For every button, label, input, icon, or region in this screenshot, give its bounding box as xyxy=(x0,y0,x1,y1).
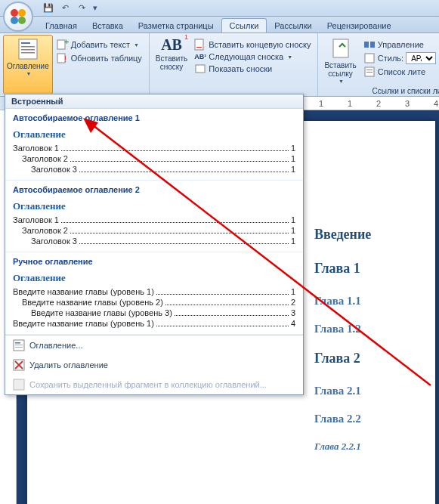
svg-rect-19 xyxy=(365,54,374,63)
svg-rect-16 xyxy=(333,39,348,57)
insert-toc-command[interactable]: Оглавление... xyxy=(5,335,303,355)
gallery-item-title: Ручное оглавление xyxy=(13,257,295,266)
toc-gallery: Встроенный Автособираемое оглавление 1Ог… xyxy=(5,94,304,395)
ab-small-icon: AB¹ xyxy=(194,53,206,60)
next-footnote-label: Следующая сноска xyxy=(209,52,283,61)
save-button[interactable]: 💾 xyxy=(41,2,56,15)
tab-references[interactable]: Ссылки xyxy=(221,18,267,32)
svg-rect-25 xyxy=(15,345,23,345)
tab-review[interactable]: Рецензирование xyxy=(320,19,399,32)
save-gallery-icon xyxy=(13,379,25,391)
svg-rect-7 xyxy=(21,49,35,51)
manage-sources-button[interactable]: Управление xyxy=(361,38,438,51)
svg-rect-18 xyxy=(370,42,375,48)
quick-access-toolbar: 💾 ↶ ↷ ▾ xyxy=(41,2,100,15)
tab-insert[interactable]: Вставка xyxy=(85,19,131,32)
next-footnote-button[interactable]: AB¹ Следующая сноска▼ xyxy=(192,51,313,62)
group-footnotes: AB1 Вставить сноску Вставить концевую сн… xyxy=(150,33,319,96)
heading-2: Глава 1.1 xyxy=(314,295,413,308)
svg-point-3 xyxy=(18,17,26,24)
add-text-button[interactable]: + Добавить текст▼ xyxy=(54,38,144,51)
insert-footnote-button[interactable]: AB1 Вставить сноску xyxy=(153,35,190,94)
qat-dropdown[interactable]: ▾ xyxy=(91,2,100,15)
chevron-down-icon: ▼ xyxy=(26,71,31,76)
svg-rect-24 xyxy=(15,342,20,344)
style-dropdown[interactable]: APA xyxy=(406,52,436,64)
update-table-button[interactable]: ! Обновить таблицу xyxy=(54,51,144,65)
citation-icon xyxy=(329,36,353,60)
heading-1: Глава 2 xyxy=(314,351,413,366)
svg-rect-13 xyxy=(195,39,203,50)
remove-icon xyxy=(13,359,25,371)
add-text-icon: + xyxy=(57,39,69,51)
style-label: Стиль: xyxy=(378,54,403,63)
svg-rect-21 xyxy=(366,70,373,70)
toc-dialog-icon xyxy=(13,339,25,351)
svg-rect-17 xyxy=(364,42,369,48)
svg-rect-8 xyxy=(21,52,35,54)
svg-text:!: ! xyxy=(64,54,66,63)
insert-toc-label: Оглавление... xyxy=(29,341,83,350)
gallery-item[interactable]: Автособираемое оглавление 1ОглавлениеЗаг… xyxy=(5,109,303,181)
one-icon: 1 xyxy=(184,33,188,41)
ribbon-tabs: Главная Вставка Разметка страницы Ссылки… xyxy=(0,17,439,33)
endnote-icon xyxy=(194,39,206,51)
remove-toc-label: Удалить оглавление xyxy=(29,360,108,369)
svg-rect-22 xyxy=(366,72,373,73)
toc-button[interactable]: Оглавление ▼ xyxy=(3,35,53,94)
bibliography-button[interactable]: Список лите xyxy=(361,65,438,79)
toc-icon xyxy=(16,37,40,61)
title-bar: 💾 ↶ ↷ ▾ xyxy=(0,0,439,17)
insert-endnote-button[interactable]: Вставить концевую сноску xyxy=(192,38,313,51)
toc-preview-heading: Оглавление xyxy=(13,128,295,141)
svg-point-0 xyxy=(11,9,18,17)
remove-toc-command[interactable]: Удалить оглавление xyxy=(5,355,303,375)
svg-rect-14 xyxy=(196,47,202,48)
heading-3: Глава 2.2.1 xyxy=(314,441,413,453)
group-citations: Вставить ссылку ▼ Управление Стиль: APA … xyxy=(318,33,439,96)
gallery-item-title: Автособираемое оглавление 1 xyxy=(13,113,295,122)
show-icon xyxy=(194,63,206,75)
office-button[interactable] xyxy=(3,2,33,32)
office-logo-icon xyxy=(9,8,27,26)
manage-label: Управление xyxy=(378,40,424,49)
gallery-commands: Оглавление... Удалить оглавление Сохрани… xyxy=(5,335,303,394)
group-toc: Оглавление ▼ + Добавить текст▼ ! Обновит… xyxy=(0,33,150,96)
svg-rect-6 xyxy=(21,46,35,48)
biblio-label: Список лите xyxy=(378,67,425,76)
gallery-item[interactable]: Ручное оглавлениеОглавлениеВведите назва… xyxy=(5,252,303,335)
update-icon: ! xyxy=(57,52,69,64)
tab-layout[interactable]: Разметка страницы xyxy=(131,19,221,32)
svg-rect-26 xyxy=(15,347,23,348)
heading-1: Введение xyxy=(314,227,413,243)
insert-citation-button[interactable]: Вставить ссылку ▼ xyxy=(321,35,359,94)
heading-2: Глава 1.2 xyxy=(314,323,413,335)
svg-point-2 xyxy=(11,17,18,24)
gallery-item[interactable]: Автособираемое оглавление 2ОглавлениеЗаг… xyxy=(5,181,303,252)
ab-icon: AB xyxy=(161,36,182,53)
insert-citation-label: Вставить ссылку xyxy=(324,61,356,78)
ribbon: Оглавление ▼ + Добавить текст▼ ! Обновит… xyxy=(0,33,439,97)
heading-2: Глава 2.2 xyxy=(314,413,413,425)
redo-button[interactable]: ↷ xyxy=(74,2,89,15)
save-selection-label: Сохранить выделенный фрагмент в коллекци… xyxy=(29,380,267,389)
insert-footnote-label: Вставить сноску xyxy=(156,54,187,71)
gallery-item-title: Автособираемое оглавление 2 xyxy=(13,185,295,194)
svg-rect-30 xyxy=(14,379,24,390)
biblio-icon xyxy=(363,66,376,78)
heading-2: Глава 2.1 xyxy=(314,385,413,397)
svg-text:+: + xyxy=(64,39,69,46)
toc-preview-heading: Оглавление xyxy=(13,272,295,284)
gallery-header: Встроенный xyxy=(5,94,303,109)
group-footer: Ссылки и списки ли xyxy=(373,87,439,95)
toc-preview-heading: Оглавление xyxy=(13,200,295,212)
update-label: Обновить таблицу xyxy=(71,54,142,63)
tab-home[interactable]: Главная xyxy=(38,19,85,32)
save-selection-command: Сохранить выделенный фрагмент в коллекци… xyxy=(5,375,303,394)
undo-button[interactable]: ↶ xyxy=(57,2,73,15)
style-icon xyxy=(363,52,376,64)
tab-mailings[interactable]: Рассылки xyxy=(267,19,319,32)
svg-rect-15 xyxy=(196,65,205,73)
svg-point-1 xyxy=(18,9,26,17)
show-footnotes-button[interactable]: Показать сноски xyxy=(192,62,313,76)
